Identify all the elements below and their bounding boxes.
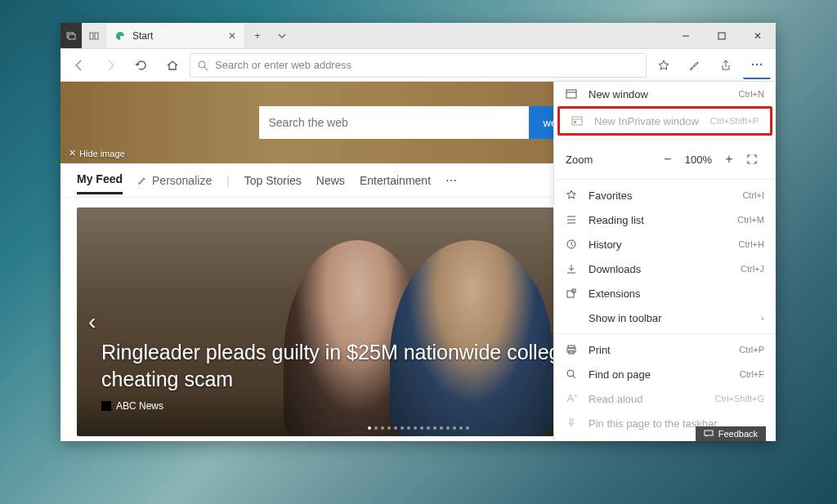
menu-history[interactable]: History Ctrl+H: [554, 232, 776, 256]
menu-find-on-page[interactable]: Find on page Ctrl+F: [554, 362, 776, 386]
toolbar: Search or enter web address: [60, 49, 776, 82]
svg-rect-30: [705, 430, 713, 435]
menu-extensions[interactable]: Extensions: [554, 281, 776, 306]
home-button[interactable]: [159, 51, 186, 79]
favorite-button[interactable]: [650, 51, 678, 79]
svg-rect-5: [718, 33, 725, 39]
reading-list-icon: [566, 214, 579, 225]
tab-dropdown-button[interactable]: [270, 32, 294, 40]
close-window-button[interactable]: ✕: [740, 23, 776, 48]
address-bar[interactable]: Search or enter web address: [190, 53, 647, 78]
refresh-button[interactable]: [128, 51, 155, 79]
nav-my-feed[interactable]: My Feed: [77, 172, 123, 194]
chat-icon: [704, 430, 714, 438]
menu-print[interactable]: Print Ctrl+P: [554, 337, 776, 362]
menu-zoom: Zoom − 100% +: [554, 143, 776, 176]
svg-rect-20: [567, 291, 574, 297]
menu-read-aloud[interactable]: A» Read aloud Ctrl+Shift+G: [554, 386, 776, 411]
close-icon: ✕: [69, 148, 76, 158]
zoom-level: 100%: [685, 154, 712, 166]
notes-button[interactable]: [681, 51, 709, 79]
search-icon: [197, 60, 208, 71]
edge-icon: [114, 30, 126, 42]
hide-image-button[interactable]: ✕ Hide image: [69, 148, 125, 158]
svg-rect-15: [574, 121, 576, 123]
tab-aside-button[interactable]: [60, 23, 82, 48]
feedback-button[interactable]: Feedback: [696, 426, 766, 441]
window-controls: ✕: [668, 23, 776, 48]
download-icon: [566, 263, 579, 274]
print-icon: [566, 344, 579, 355]
menu-reading-list[interactable]: Reading list Ctrl+M: [554, 207, 776, 232]
svg-point-10: [760, 63, 762, 65]
more-button[interactable]: [743, 51, 771, 79]
back-button[interactable]: [65, 51, 93, 79]
zoom-out-button[interactable]: −: [659, 152, 677, 167]
svg-rect-13: [572, 117, 582, 125]
highlighted-menu-item: New InPrivate window Ctrl+Shift+P: [557, 106, 772, 136]
source-icon: [101, 401, 111, 411]
minimize-button[interactable]: [668, 23, 704, 48]
svg-point-8: [752, 63, 754, 65]
inprivate-icon: [571, 116, 584, 126]
maximize-button[interactable]: [704, 23, 740, 48]
menu-downloads[interactable]: Downloads Ctrl+J: [554, 256, 776, 281]
read-aloud-icon: A»: [566, 392, 579, 404]
menu-new-window[interactable]: New window Ctrl+N: [554, 82, 776, 106]
history-icon: [566, 239, 579, 250]
carousel-prev-button[interactable]: ‹: [88, 309, 96, 335]
set-aside-tabs-button[interactable]: [82, 23, 106, 48]
svg-point-6: [199, 61, 205, 68]
menu-show-in-toolbar[interactable]: Show in toolbar ›: [554, 306, 776, 330]
svg-rect-1: [69, 34, 75, 39]
svg-line-7: [204, 67, 208, 70]
svg-line-26: [573, 376, 575, 378]
nav-top-stories[interactable]: Top Stories: [244, 174, 302, 187]
hero-search: web: [259, 106, 578, 139]
search-icon: [566, 368, 579, 380]
address-placeholder: Search or enter web address: [215, 59, 351, 71]
nav-more[interactable]: ⋯: [445, 174, 457, 187]
close-tab-icon[interactable]: ✕: [228, 30, 236, 42]
hero-search-input[interactable]: [259, 106, 529, 139]
menu-favorites[interactable]: Favorites Ctrl+I: [554, 183, 776, 207]
menu-new-inprivate-window[interactable]: New InPrivate window Ctrl+Shift+P: [560, 109, 770, 133]
carousel-dots: [368, 426, 469, 430]
new-tab-button[interactable]: +: [245, 30, 270, 42]
settings-menu: New window Ctrl+N New InPrivate window C…: [553, 82, 776, 441]
forward-button[interactable]: [96, 51, 124, 79]
svg-rect-11: [566, 90, 576, 98]
chevron-right-icon: ›: [761, 313, 764, 323]
star-icon: [566, 190, 579, 201]
svg-point-25: [567, 370, 574, 377]
nav-entertainment[interactable]: Entertainment: [360, 174, 431, 187]
nav-news[interactable]: News: [316, 174, 345, 187]
browser-tab[interactable]: Start ✕: [106, 23, 245, 48]
extensions-icon: [566, 288, 579, 299]
svg-rect-2: [90, 33, 93, 39]
pencil-icon: [137, 176, 147, 185]
zoom-in-button[interactable]: +: [720, 152, 738, 167]
window-icon: [566, 89, 579, 99]
share-button[interactable]: [712, 51, 740, 79]
tab-title: Start: [132, 30, 153, 42]
svg-point-9: [756, 63, 758, 65]
fullscreen-button[interactable]: [746, 154, 764, 165]
title-bar: Start ✕ + ✕: [60, 23, 776, 49]
pin-icon: [566, 417, 579, 429]
nav-personalize[interactable]: Personalize: [137, 174, 212, 187]
svg-rect-3: [95, 33, 98, 39]
browser-window: Start ✕ + ✕: [60, 23, 776, 441]
